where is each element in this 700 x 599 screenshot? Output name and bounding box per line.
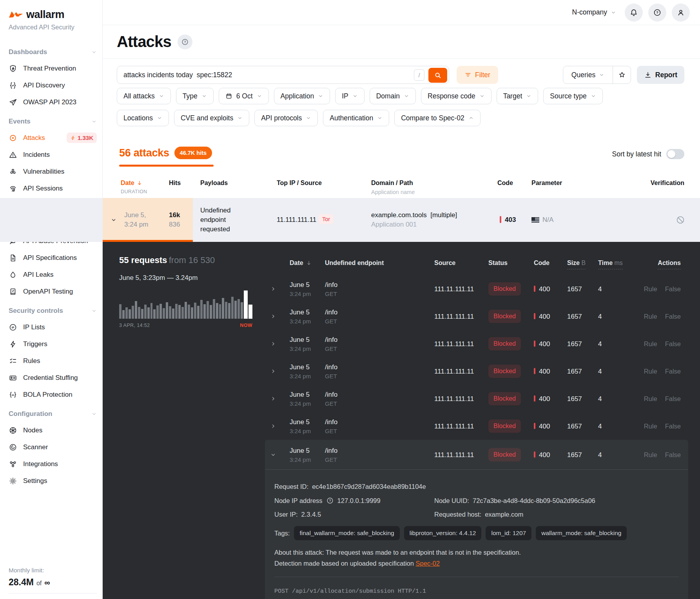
request-row[interactable]: June 53:24 pm/infoGET111.11.111.11Blocke… <box>265 330 688 358</box>
action-rule[interactable]: Rule <box>644 451 657 458</box>
action-false[interactable]: False <box>665 313 681 320</box>
sidebar-item-bola-protection[interactable]: IDBOLA Protection <box>9 386 97 403</box>
sidebar-item-settings[interactable]: Settings <box>9 472 97 489</box>
filter-chip-api-protocols[interactable]: API protocols <box>254 110 318 126</box>
notifications-button[interactable] <box>625 4 643 22</box>
filter-chip-response-code[interactable]: Response code <box>421 88 491 104</box>
favorite-query-button[interactable] <box>613 66 631 83</box>
action-false[interactable]: False <box>665 285 681 293</box>
attack-row-expanded[interactable]: June 5,3:24 pm 16k836 Undefinedendpointr… <box>0 198 700 242</box>
filter-chip-target[interactable]: Target <box>497 88 539 104</box>
filter-chip-application[interactable]: Application <box>274 88 330 104</box>
search-input[interactable] <box>117 71 449 79</box>
sidebar-item-api-specifications[interactable]: API Specifications <box>9 249 97 266</box>
filter-chip-cve-and-exploits[interactable]: CVE and exploits <box>174 110 249 126</box>
sidebar-item-api-discovery[interactable]: API Discovery <box>9 77 97 94</box>
request-date: June 53:24 pm <box>290 446 311 464</box>
action-false[interactable]: False <box>665 451 681 458</box>
sidebar-item-attacks[interactable]: Attacks1.33K <box>9 129 97 146</box>
action-false[interactable]: False <box>665 395 681 403</box>
request-row[interactable]: June 53:24 pm/infoGET111.11.111.11Blocke… <box>265 385 688 412</box>
sidebar-item-rules[interactable]: Rules <box>9 352 97 369</box>
requests-column-code[interactable]: Code <box>534 260 549 267</box>
sidebar-item-ip-lists[interactable]: IPIP Lists <box>9 319 97 336</box>
no-verification-icon[interactable] <box>676 215 685 225</box>
sidebar-item-api-leaks[interactable]: API Leaks <box>9 266 97 283</box>
sidebar-item-nodes[interactable]: Nodes <box>9 422 97 439</box>
requests-column-size[interactable]: Size B <box>567 260 586 269</box>
expand-request-icon <box>270 423 276 429</box>
filter-chip-locations[interactable]: Locations <box>117 110 169 126</box>
request-code: 400 <box>534 339 550 349</box>
filter-chip-all-attacks[interactable]: All attacks <box>117 88 171 104</box>
sidebar-item-owasp-api-2023[interactable]: OWASP API 2023 <box>9 94 97 111</box>
action-rule[interactable]: Rule <box>644 285 657 293</box>
sidebar-item-incidents[interactable]: Incidents <box>9 146 97 163</box>
report-button[interactable]: Report <box>637 66 684 84</box>
question-circle-icon[interactable]: ? <box>326 497 334 505</box>
requests-column-actions[interactable]: Actions <box>658 260 681 269</box>
account-button[interactable] <box>672 4 690 22</box>
sidebar-section-header-dashboards[interactable]: Dashboards <box>9 44 97 60</box>
request-row[interactable]: June 53:24 pm/infoGET111.11.111.11Blocke… <box>265 358 688 385</box>
filter-chip-domain[interactable]: Domain <box>370 88 416 104</box>
sidebar-section-header-events[interactable]: Events <box>9 114 97 129</box>
request-row[interactable]: June 53:24 pm/infoGET111.11.111.11Blocke… <box>265 303 688 330</box>
filter-button[interactable]: Filter <box>457 66 498 84</box>
droplet-icon <box>9 270 17 279</box>
action-rule[interactable]: Rule <box>644 395 657 403</box>
requests-column-undefined-endpoint[interactable]: Undefined endpoint <box>325 260 384 267</box>
request-row[interactable]: June 53:24 pm/infoGET111.11.111.11Blocke… <box>265 275 688 303</box>
sidebar-item-label: Attacks <box>23 134 45 142</box>
spec-link[interactable]: Spec-02 <box>416 560 440 567</box>
checklist-icon <box>9 357 17 365</box>
sidebar-item-scanner[interactable]: Scanner <box>9 439 97 456</box>
sidebar-item-threat-prevention[interactable]: Threat Prevention <box>9 60 97 77</box>
requests-column-source[interactable]: Source <box>434 260 455 267</box>
queries-dropdown[interactable]: Queries <box>563 66 613 83</box>
collapse-request-icon[interactable] <box>270 452 276 458</box>
requests-column-status[interactable]: Status <box>488 260 508 267</box>
collapse-row-icon[interactable] <box>111 217 117 223</box>
action-false[interactable]: False <box>665 423 681 430</box>
filter-chip-authentication[interactable]: Authentication <box>323 110 389 126</box>
chip-label: Target <box>503 92 522 100</box>
company-selector[interactable]: N-company <box>572 8 616 16</box>
limit-of: of <box>36 580 42 587</box>
column-date[interactable]: Date <box>121 180 143 187</box>
code-value: 400 <box>539 395 550 403</box>
requests-column-time[interactable]: Time ms <box>598 260 623 269</box>
sidebar-item-triggers[interactable]: Triggers <box>9 336 97 352</box>
request-row-expanded[interactable]: June 53:24 pm /infoGET 111.11.111.11 Blo… <box>265 440 688 470</box>
sidebar-section-header-security-controls[interactable]: Security controls <box>9 303 97 319</box>
histogram-bar <box>244 290 248 319</box>
brand-subtitle: Advanced API Security <box>9 24 97 31</box>
action-rule[interactable]: Rule <box>644 423 657 430</box>
sidebar-item-credential-stuffing[interactable]: Credential Stuffing <box>9 369 97 386</box>
filter-chip-ip[interactable]: IP <box>335 88 365 104</box>
sort-toggle[interactable] <box>666 149 684 159</box>
filter-chip-source-type[interactable]: Source type <box>543 88 602 104</box>
action-false[interactable]: False <box>665 340 681 348</box>
filter-chip-compare-to-spec-02[interactable]: Compare to Spec-02 <box>394 110 480 126</box>
help-button[interactable]: ? <box>648 4 666 22</box>
sidebar-item-label: OpenAPI Testing <box>23 288 73 296</box>
filter-chip-type[interactable]: Type <box>176 88 214 104</box>
status-badge: Blocked <box>488 310 521 323</box>
action-false[interactable]: False <box>665 368 681 375</box>
action-rule[interactable]: Rule <box>644 313 657 320</box>
wallarm-logo[interactable]: wallarm <box>9 9 97 21</box>
label-text: Time <box>598 260 613 266</box>
search-button[interactable] <box>428 68 447 83</box>
requests-column-date[interactable]: Date <box>290 260 312 267</box>
action-rule[interactable]: Rule <box>644 368 657 375</box>
action-rule[interactable]: Rule <box>644 340 657 348</box>
sidebar-item-openapi-testing[interactable]: OpenAPI Testing <box>9 283 97 300</box>
filter-chip-6-oct[interactable]: 6 Oct <box>219 88 269 104</box>
sidebar-item-integrations[interactable]: Integrations <box>9 456 97 472</box>
chevron-down-icon <box>318 93 323 99</box>
request-row[interactable]: June 53:24 pm/infoGET111.11.111.11Blocke… <box>265 412 688 440</box>
sidebar-section-header-configuration[interactable]: Configuration <box>9 406 97 422</box>
page-help-button[interactable]: ? <box>178 34 192 49</box>
requests-histogram[interactable] <box>119 290 252 319</box>
